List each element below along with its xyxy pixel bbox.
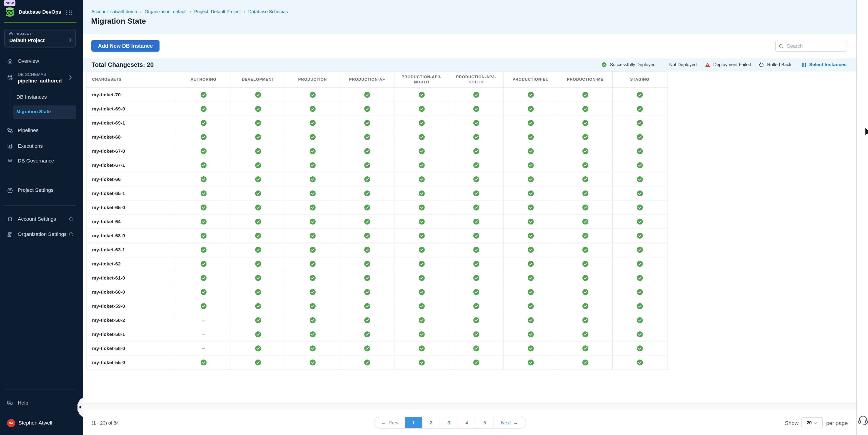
svg-text:?: ? (9, 402, 10, 404)
